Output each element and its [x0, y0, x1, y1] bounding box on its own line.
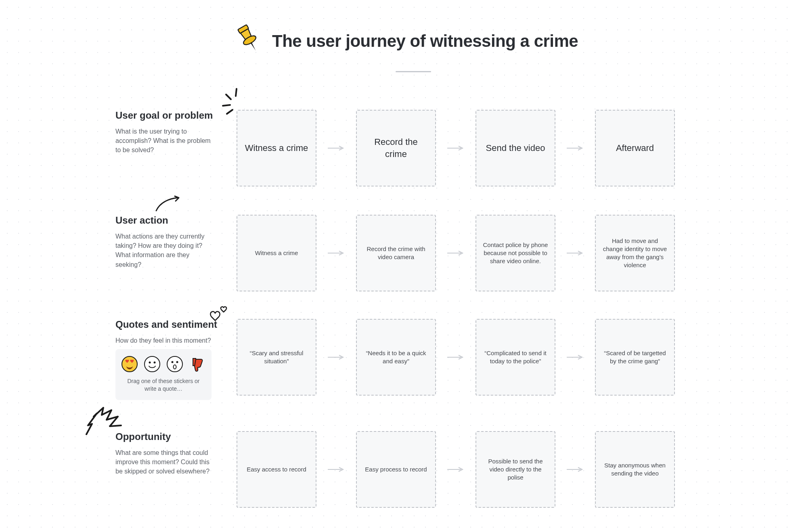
row-label-goal: User goal or problem What is the user tr… — [115, 110, 237, 155]
row-desc: What are some things that could improve … — [115, 448, 212, 476]
arrow-icon — [327, 467, 346, 472]
step-card[interactable]: Witness a crime — [237, 110, 316, 186]
tray-hint: Drag one of these stickers or write a qu… — [121, 377, 206, 393]
arrow-icon — [446, 467, 465, 472]
row-heading: Quotes and sentiment — [115, 319, 225, 330]
arrow-icon — [566, 354, 584, 360]
step-card[interactable]: Easy process to record — [356, 431, 436, 508]
arrow-icon — [566, 250, 584, 256]
title-block: The user journey of witnessing a crime — [233, 27, 578, 55]
step-card[interactable]: Witness a crime — [237, 215, 316, 291]
arrow-icon — [566, 145, 584, 151]
thumbs-down-icon[interactable] — [189, 356, 206, 373]
step-card[interactable]: Stay anonymous when sending the video — [595, 431, 675, 508]
card-text: Stay anonymous when sending the video — [601, 461, 668, 478]
smile-emoji[interactable] — [144, 356, 161, 373]
card-text: Witness a crime — [245, 142, 308, 154]
step-card[interactable]: Possible to send the video directly to t… — [476, 431, 555, 508]
svg-point-15 — [154, 362, 156, 364]
card-text: Contact police by phone because not poss… — [482, 241, 549, 266]
step-card[interactable]: “Scary and stressful situation” — [237, 319, 316, 396]
card-text: Possible to send the video directly to t… — [482, 457, 549, 482]
page-title: The user journey of witnessing a crime — [272, 31, 578, 51]
card-text: Record the crime — [362, 136, 429, 160]
svg-line-5 — [227, 110, 233, 114]
row-quotes: Quotes and sentiment How do they feel in… — [115, 319, 772, 400]
svg-line-3 — [226, 94, 231, 99]
row-heading: User action — [115, 215, 225, 226]
svg-point-18 — [176, 361, 178, 363]
row-user-action: User action What actions are they curren… — [115, 215, 772, 291]
surprised-emoji[interactable] — [166, 356, 183, 373]
step-card[interactable]: Easy access to record — [237, 431, 316, 508]
sticker-tray: Drag one of these stickers or write a qu… — [115, 349, 212, 400]
arrow-icon — [566, 467, 584, 472]
row-label-action: User action What actions are they curren… — [115, 215, 237, 269]
step-card[interactable]: Record the crime with video camera — [356, 215, 436, 291]
svg-point-16 — [167, 356, 182, 372]
card-text: “Complicated to send it today to the pol… — [482, 349, 549, 366]
svg-line-4 — [223, 105, 230, 106]
steps-quotes: “Scary and stressful situation” “Needs i… — [237, 319, 675, 396]
svg-point-17 — [172, 361, 174, 363]
svg-point-14 — [149, 362, 151, 364]
title-underline — [396, 71, 431, 72]
arrow-icon — [446, 145, 465, 151]
step-card[interactable]: “Complicated to send it today to the pol… — [476, 319, 555, 396]
card-text: “Scary and stressful situation” — [243, 349, 310, 366]
step-card[interactable]: Record the crime — [356, 110, 436, 186]
row-user-goal: User goal or problem What is the user tr… — [115, 110, 772, 186]
arrow-icon — [446, 250, 465, 256]
step-card[interactable]: “Needs it to be a quick and easy” — [356, 319, 436, 396]
row-heading: User goal or problem — [115, 110, 225, 121]
svg-point-13 — [145, 356, 160, 372]
row-desc: What actions are they currently taking? … — [115, 232, 212, 269]
card-text: Easy process to record — [365, 465, 427, 473]
step-card[interactable]: Afterward — [595, 110, 675, 186]
row-desc: What is the user trying to accomplish? W… — [115, 127, 212, 155]
heart-eyes-emoji[interactable] — [121, 356, 138, 373]
svg-line-2 — [236, 89, 237, 96]
row-label-quotes: Quotes and sentiment How do they feel in… — [115, 319, 237, 400]
step-card[interactable]: Contact police by phone because not poss… — [476, 215, 555, 291]
row-heading: Opportunity — [115, 431, 225, 442]
card-text: Witness a crime — [255, 249, 298, 257]
arrow-icon — [446, 354, 465, 360]
svg-point-12 — [122, 356, 137, 372]
journey-canvas[interactable]: The user journey of witnessing a crime U… — [0, 0, 796, 532]
card-text: “Scared of be targetted by the crime gan… — [601, 349, 668, 366]
pushpin-icon — [233, 23, 265, 55]
row-opportunity: Opportunity What are some things that co… — [115, 431, 772, 508]
step-card[interactable]: “Scared of be targetted by the crime gan… — [595, 319, 675, 396]
arrow-icon — [327, 354, 346, 360]
card-text: Record the crime with video camera — [362, 245, 429, 262]
card-text: Send the video — [486, 142, 545, 154]
step-card[interactable]: Had to move and change identity to move … — [595, 215, 675, 291]
card-text: Easy access to record — [247, 465, 306, 473]
arrow-icon — [327, 250, 346, 256]
curved-arrow-icon — [154, 195, 182, 214]
card-text: Had to move and change identity to move … — [601, 237, 668, 270]
arrow-icon — [327, 145, 346, 151]
steps-opportunity: Easy access to record Easy process to re… — [237, 431, 675, 508]
row-desc: How do they feel in this moment? — [115, 336, 212, 345]
row-label-opportunity: Opportunity What are some things that co… — [115, 431, 237, 476]
card-text: “Needs it to be a quick and easy” — [362, 349, 429, 366]
step-card[interactable]: Send the video — [476, 110, 555, 186]
steps-goal: Witness a crime Record the crime Send th… — [237, 110, 675, 186]
card-text: Afterward — [616, 142, 654, 154]
steps-action: Witness a crime Record the crime with vi… — [237, 215, 675, 291]
